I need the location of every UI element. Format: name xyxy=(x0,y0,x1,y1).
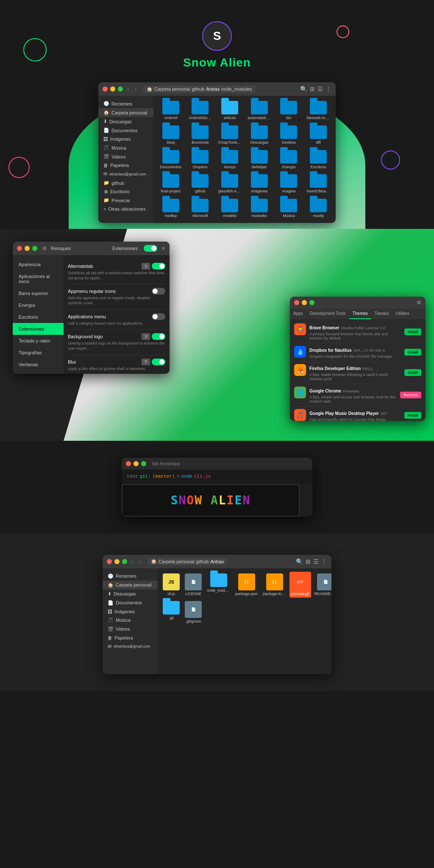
sw-tab-tweaks[interactable]: Tweaks xyxy=(371,309,392,319)
file-dwhelper[interactable]: dwhelper xyxy=(245,148,273,171)
term-minimize[interactable] xyxy=(134,461,139,466)
tweaks-item-ventanas[interactable]: Ventanas xyxy=(13,359,64,370)
breadcrumb-home[interactable]: 🏠 xyxy=(147,86,153,92)
fm2-forward[interactable]: › xyxy=(137,559,142,565)
fm2-recientes[interactable]: 🕐 Recientes xyxy=(103,572,158,581)
sidebar-videos[interactable]: 🎬 Videos xyxy=(98,152,153,161)
fm2-settings-icon[interactable]: ⋮ xyxy=(321,558,327,565)
file-energia[interactable]: Energía xyxy=(275,148,303,171)
tweaks-maximize[interactable] xyxy=(32,246,37,251)
dropbox-install-btn[interactable]: Install xyxy=(404,349,421,356)
file-androidstudio[interactable]: AndroidStudio Projects xyxy=(186,99,214,122)
file-museeks[interactable]: museeks xyxy=(245,197,273,220)
file-escritorio[interactable]: Escritorio xyxy=(304,148,332,171)
file-diff[interactable]: diff xyxy=(304,124,332,147)
file-bin[interactable]: bin xyxy=(275,99,303,122)
fm2-close[interactable] xyxy=(107,559,112,564)
sidebar-github[interactable]: 📁 github xyxy=(98,178,153,187)
ext-menu-btn-bglogo[interactable]: ☰ xyxy=(142,333,150,340)
view-list-icon[interactable]: ☰ xyxy=(317,86,323,92)
fm2-descargas[interactable]: ⬇ Descargas xyxy=(103,590,158,598)
sw-tab-themes[interactable]: Themes xyxy=(349,309,371,319)
firefox-install-btn[interactable]: Install xyxy=(404,369,421,376)
fm2-email[interactable]: ✉ eliverlara@gmail.com xyxy=(103,642,158,651)
tweaks-master-toggle[interactable] xyxy=(144,245,157,252)
file-preview-gif[interactable]: GIF preview.gif xyxy=(289,572,311,598)
file-insertubication[interactable]: insertUbication xyxy=(304,172,332,195)
fm2-bc-personal[interactable]: Carpeta personal xyxy=(159,559,194,564)
sw-close[interactable] xyxy=(294,300,299,305)
chrome-remove-btn[interactable]: Remove xyxy=(400,392,421,398)
brave-install-btn[interactable]: Install xyxy=(404,328,421,335)
tweaks-item-energia[interactable]: Energía xyxy=(13,299,64,311)
breadcrumb-node[interactable]: node_modules xyxy=(221,86,252,92)
sw-maximize[interactable] xyxy=(309,300,314,305)
file-documentos[interactable]: Documentos xyxy=(157,148,185,171)
breadcrumb-personal[interactable]: Carpeta personal xyxy=(154,86,190,92)
tweaks-item-areas[interactable]: Áreas de trabajo xyxy=(13,370,64,374)
tweaks-item-tipografias[interactable]: Tipografías xyxy=(13,347,64,359)
file-bluej[interactable]: bluej xyxy=(157,124,185,147)
file-git[interactable]: .git xyxy=(161,599,181,626)
sidebar-musica[interactable]: 🎵 Música xyxy=(98,143,153,152)
file-dumps[interactable]: dumps xyxy=(216,148,244,171)
gpm-install-btn[interactable]: Install xyxy=(404,412,421,419)
fm2-videos[interactable]: 🎬 Videos xyxy=(103,625,158,634)
ext-toggle-alternatetab[interactable] xyxy=(152,263,165,270)
file-node-modules[interactable]: node_modules xyxy=(205,572,232,598)
file-blessed[interactable]: blessed-contrib xyxy=(304,99,332,122)
term-maximize[interactable] xyxy=(141,461,146,466)
tweaks-minimize[interactable] xyxy=(25,246,30,251)
tweaks-item-extensiones[interactable]: Extensiones xyxy=(13,323,64,335)
file-imagine[interactable]: Imagine xyxy=(275,172,303,195)
file-readme[interactable]: 📄 README.md xyxy=(313,572,331,598)
ext-toggle-bglogo[interactable] xyxy=(152,333,165,340)
sidebar-prevecar[interactable]: 📁 Prevecar xyxy=(98,196,153,205)
file-musify[interactable]: musify xyxy=(304,197,332,220)
close-btn[interactable] xyxy=(103,86,108,92)
sidebar-descargas[interactable]: ⬇ Descargas xyxy=(98,117,153,126)
sidebar-otras[interactable]: + Otras ubicaciones xyxy=(98,205,153,213)
fm2-minimize[interactable] xyxy=(114,559,120,564)
file-glassfish[interactable]: glassfish-4.1.1 xyxy=(216,172,244,195)
file-final-project[interactable]: final-project xyxy=(157,172,185,195)
sidebar-recientes[interactable]: 🕐 Recientes xyxy=(98,99,153,108)
fm2-bc-github[interactable]: github xyxy=(196,559,209,564)
forward-arrow[interactable]: › xyxy=(133,86,138,92)
tweaks-close[interactable] xyxy=(17,246,22,251)
sw-tab-apps[interactable]: Apps xyxy=(290,309,306,319)
file-articulo[interactable]: articulo xyxy=(216,99,244,122)
file-desktop[interactable]: Desktop xyxy=(275,124,303,147)
tweaks-item-escritorio[interactable]: Escritorio xyxy=(13,311,64,323)
fm2-bc-antrax[interactable]: Antrax xyxy=(210,559,224,564)
search-icon[interactable]: 🔍 xyxy=(300,86,307,92)
sw-tab-utilities[interactable]: Utilities xyxy=(392,309,413,319)
breadcrumb-github[interactable]: github xyxy=(192,86,204,92)
fm2-grid-icon[interactable]: ⊞ xyxy=(306,558,311,565)
file-imagenes[interactable]: Imágenes xyxy=(245,172,273,195)
fm2-search-icon[interactable]: 🔍 xyxy=(296,558,303,565)
view-grid-icon[interactable]: ⊞ xyxy=(310,86,315,92)
file-descargas[interactable]: Descargas xyxy=(245,124,273,147)
file-gitignore[interactable]: 📄 .gitignore xyxy=(183,599,203,626)
sidebar-imagenes[interactable]: 🖼 Imágenes xyxy=(98,135,153,143)
fm2-papelera[interactable]: 🗑 Papelera xyxy=(103,634,158,642)
sidebar-carpeta-personal[interactable]: 🏠 Carpeta personal xyxy=(98,108,153,117)
file-package-lock[interactable]: { } package-lock.json xyxy=(261,572,288,598)
settings-icon[interactable]: ⋮ xyxy=(326,86,331,92)
fm2-documentos[interactable]: 📄 Documentos xyxy=(103,598,158,607)
fm2-back[interactable]: ‹ xyxy=(130,559,135,565)
file-musica[interactable]: Música xyxy=(275,197,303,220)
fm2-github[interactable]: 📁 github xyxy=(103,651,158,653)
sidebar-escritorio[interactable]: 🖥 Escritorio xyxy=(98,187,153,196)
sidebar-email[interactable]: ✉ eliverlara@gmail.com xyxy=(98,170,153,178)
file-dropbox[interactable]: Dropbox xyxy=(186,148,214,171)
ext-menu-btn-blur[interactable]: ☰ xyxy=(142,359,150,365)
fm2-musica[interactable]: 🎵 Música xyxy=(103,616,158,625)
file-microsoft[interactable]: Microsoft xyxy=(186,197,214,220)
sw-tab-devtools[interactable]: Development Tools xyxy=(306,309,349,319)
file-license[interactable]: 📄 LICENSE xyxy=(183,572,203,598)
breadcrumb-antrax[interactable]: Antrax xyxy=(206,86,220,92)
file-github[interactable]: github xyxy=(186,172,214,195)
fm2-bc-home[interactable]: 🏠 xyxy=(151,559,157,564)
